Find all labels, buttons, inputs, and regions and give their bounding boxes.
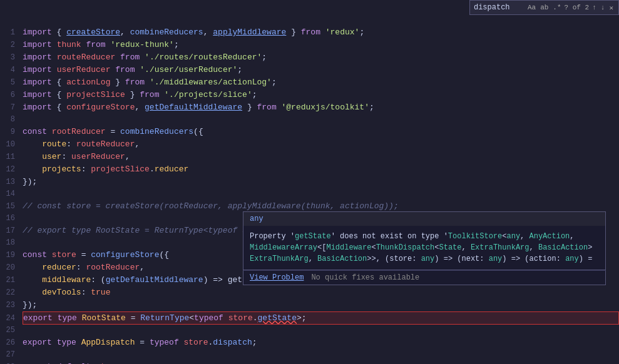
- code-line: 4import userReducer from './user/userRed…: [0, 64, 619, 76]
- token: dispatch: [213, 338, 252, 347]
- line-number: 21: [0, 275, 23, 286]
- token: [140, 53, 145, 62]
- tooltip-footer: View Problem No quick fixes available: [243, 270, 606, 285]
- token: type: [57, 338, 76, 347]
- line-number: 5: [0, 77, 23, 89]
- tooltip-body-line3: ExtraThunkArg, BasicAction>>, (store: an…: [250, 253, 599, 265]
- token: {: [52, 103, 66, 112]
- token: typeof: [194, 313, 223, 323]
- whole-word-btn[interactable]: ab: [539, 4, 550, 11]
- token: './user/userReducer': [140, 65, 237, 74]
- token: [145, 78, 150, 87]
- code-line: 5import { actionLog } from './middleware…: [0, 76, 619, 89]
- line-number: 27: [0, 349, 23, 361]
- line-number: 14: [0, 188, 23, 200]
- token: ;: [174, 40, 179, 49]
- line-content: import routeReducer from './routes/route…: [23, 51, 619, 63]
- token: [23, 164, 42, 174]
- token: import: [23, 78, 52, 87]
- search-bar[interactable]: Aa ab .* ? of 2 ↑ ↓ ✕: [469, 0, 619, 15]
- line-content: projects: projectSlice.reducer: [23, 163, 619, 175]
- error-tooltip: any Property 'getState' does not exist o…: [243, 211, 606, 285]
- code-line: 11 user: userReducer,: [0, 151, 619, 163]
- token: projectSlice: [66, 90, 125, 99]
- token: devTools: [42, 288, 81, 297]
- token: [76, 338, 81, 347]
- token: store: [228, 313, 253, 323]
- code-line: 27: [0, 349, 619, 361]
- token: routeReducer: [57, 53, 116, 62]
- token: import: [23, 53, 52, 62]
- token: ;: [252, 338, 257, 347]
- token: ,: [120, 28, 130, 37]
- token: [223, 313, 228, 323]
- token: userReducer: [57, 65, 111, 74]
- view-problem-link[interactable]: View Problem: [250, 273, 304, 282]
- token: [47, 127, 52, 136]
- token: [115, 53, 120, 62]
- code-line: 8: [0, 114, 619, 126]
- regex-btn[interactable]: .*: [551, 4, 562, 11]
- line-content: import { configureStore, getDefaultMiddl…: [23, 101, 619, 113]
- token: applyMiddleware: [213, 28, 286, 37]
- token: [23, 275, 42, 285]
- token: ({: [193, 127, 203, 136]
- token: :: [76, 263, 86, 272]
- code-line: 6import { projectSlice } from './project…: [0, 89, 619, 101]
- token: combineReducers: [120, 127, 193, 136]
- token: from: [115, 65, 135, 74]
- token: './middlewares/actionLog': [150, 78, 272, 87]
- search-input[interactable]: [474, 3, 524, 12]
- token: ;: [252, 90, 257, 99]
- token: middleware: [42, 275, 91, 285]
- token: {: [52, 28, 66, 37]
- token: ;: [359, 28, 364, 37]
- token: [320, 28, 325, 37]
- token: from: [86, 40, 105, 49]
- code-line: 2import thunk from 'redux-thunk';: [0, 39, 619, 51]
- token: });: [23, 177, 37, 186]
- token: [52, 40, 57, 49]
- token: RootState: [82, 313, 126, 323]
- token: routeReducer: [76, 139, 135, 149]
- prev-match-btn[interactable]: ↑: [591, 4, 598, 11]
- token: from: [120, 53, 140, 62]
- token: store: [184, 338, 208, 347]
- token: AppDispatch: [81, 338, 135, 347]
- token: ;: [272, 78, 277, 87]
- token: [47, 250, 52, 260]
- token: [23, 263, 42, 272]
- code-line: 10 route: routeReducer,: [0, 138, 619, 151]
- tooltip-body: Property 'getState' does not exist on ty…: [243, 226, 606, 270]
- line-number: 16: [0, 213, 23, 225]
- match-case-btn[interactable]: Aa: [526, 4, 537, 11]
- line-number: 24: [0, 313, 23, 325]
- token: import: [23, 103, 52, 112]
- code-line: 25: [0, 325, 619, 336]
- token: rootReducer: [86, 263, 140, 272]
- token: store: [52, 250, 76, 260]
- token: from: [140, 90, 159, 99]
- token: createStore: [66, 28, 120, 37]
- line-number: 6: [0, 89, 23, 101]
- token: actionLog: [66, 78, 110, 87]
- line-content: export type AppDispatch = typeof store.d…: [23, 336, 619, 348]
- token: import: [23, 65, 52, 74]
- token: }: [242, 103, 257, 112]
- token: export: [23, 313, 53, 323]
- token: [52, 53, 57, 62]
- line-number: 20: [0, 262, 23, 274]
- line-content: const rootReducer = combineReducers({: [23, 126, 619, 138]
- token: :: [61, 152, 71, 161]
- next-match-btn[interactable]: ↓: [600, 4, 606, 11]
- line-number: 1: [0, 27, 23, 39]
- code-line: 14: [0, 188, 619, 200]
- token: [52, 65, 57, 74]
- token: ;: [369, 103, 374, 112]
- token: ;: [237, 65, 242, 74]
- token: ,: [140, 263, 145, 272]
- close-search-btn[interactable]: ✕: [608, 4, 615, 12]
- token: =: [126, 313, 140, 323]
- token: ReturnType: [140, 313, 189, 323]
- token: [23, 152, 42, 161]
